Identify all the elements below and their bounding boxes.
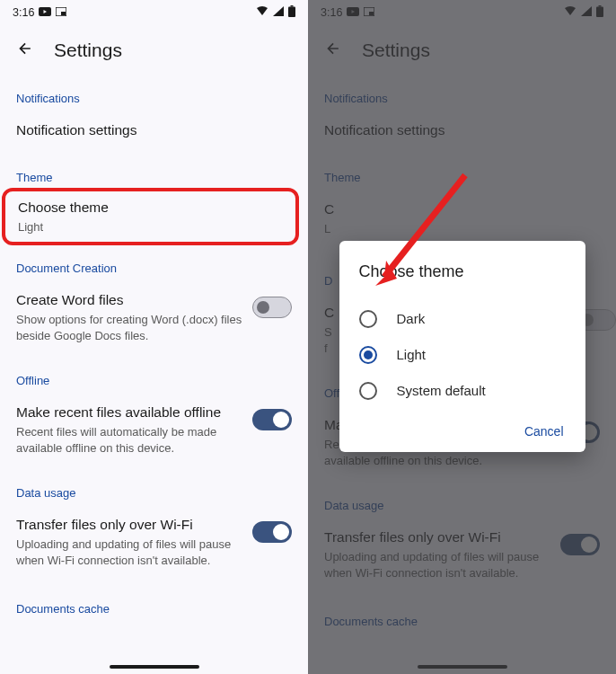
row-subtitle: Recent files will automatically be made …: [16, 424, 243, 456]
radio-label: System default: [397, 383, 486, 398]
annotation-arrow-icon: [366, 171, 474, 297]
svg-rect-2: [61, 12, 66, 15]
nav-bar-handle[interactable]: [110, 665, 199, 669]
radio-icon: [359, 382, 377, 400]
back-icon[interactable]: [16, 40, 34, 61]
section-data-usage: Data usage: [0, 466, 308, 507]
row-choose-theme[interactable]: Choose theme Light: [18, 199, 283, 235]
svg-rect-4: [288, 7, 295, 18]
row-create-word[interactable]: Create Word files Show options for creat…: [0, 282, 308, 354]
svg-line-10: [384, 175, 465, 277]
radio-option-light[interactable]: Light: [359, 337, 566, 373]
radio-icon: [359, 310, 377, 328]
section-theme: Theme: [0, 151, 308, 191]
radio-label: Light: [397, 347, 427, 362]
row-title: Notification settings: [16, 121, 292, 140]
section-doc-cache: Documents cache: [0, 579, 308, 623]
status-time: 3:16: [13, 6, 34, 19]
row-subtitle: Light: [18, 219, 283, 235]
row-subtitle: Uploading and updating of files will pau…: [16, 537, 243, 568]
section-doc-creation: Document Creation: [0, 242, 308, 282]
pip-icon: [56, 6, 66, 19]
highlight-box: Choose theme Light: [2, 188, 299, 245]
toggle-create-word[interactable]: [252, 297, 292, 318]
youtube-icon: [39, 6, 51, 19]
page-title: Settings: [54, 40, 122, 61]
modal-overlay[interactable]: Choose theme Dark Light System default C…: [308, 0, 616, 674]
phone-left: 3:16 Settings Notifications Notification…: [0, 0, 308, 674]
radio-icon-checked: [359, 346, 377, 364]
row-title: Create Word files: [16, 291, 243, 310]
radio-option-dark[interactable]: Dark: [359, 301, 566, 337]
phone-right: 3:16 Settings Notifications Notification…: [308, 0, 616, 674]
toggle-offline[interactable]: [252, 409, 292, 430]
wifi-icon: [256, 6, 268, 19]
row-title: Make recent files available offline: [16, 404, 243, 422]
toggle-wifi-only[interactable]: [252, 521, 292, 543]
theme-dialog: Choose theme Dark Light System default C…: [339, 241, 585, 452]
signal-icon: [273, 6, 284, 19]
radio-label: Dark: [397, 311, 426, 326]
row-subtitle: Show options for creating Word (.docx) f…: [16, 312, 243, 343]
app-bar: Settings: [0, 25, 308, 72]
status-bar: 3:16: [0, 0, 308, 25]
row-offline[interactable]: Make recent files available offline Rece…: [0, 395, 308, 466]
section-offline: Offline: [0, 354, 308, 395]
section-notifications: Notifications: [0, 72, 308, 112]
radio-option-system[interactable]: System default: [359, 373, 566, 409]
svg-rect-3: [291, 5, 294, 7]
row-notification-settings[interactable]: Notification settings: [0, 112, 308, 151]
row-title: Choose theme: [18, 199, 283, 217]
row-title: Transfer files only over Wi-Fi: [16, 516, 243, 535]
battery-icon: [288, 5, 295, 20]
row-wifi-only[interactable]: Transfer files only over Wi-Fi Uploading…: [0, 507, 308, 579]
cancel-button[interactable]: Cancel: [523, 419, 566, 444]
